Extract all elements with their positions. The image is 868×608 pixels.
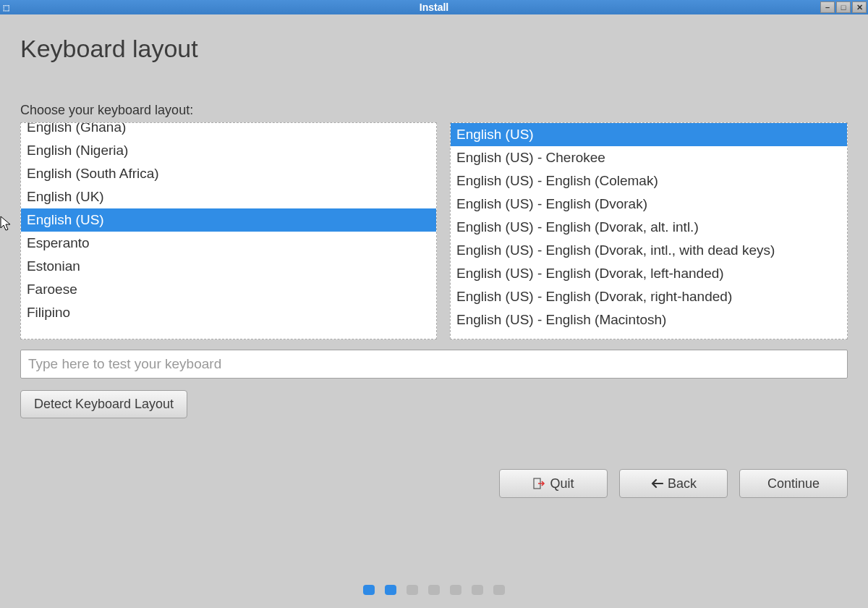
list-item[interactable]: English (US) - English (Dvorak, right-ha… [451, 285, 847, 308]
progress-dot [450, 585, 461, 595]
quit-button[interactable]: Quit [499, 469, 608, 498]
list-item[interactable]: English (Ghana) [21, 122, 436, 139]
list-item[interactable]: English (US) - Cherokee [451, 146, 847, 169]
page-title: Keyboard layout [20, 35, 848, 63]
back-button[interactable]: Back [619, 469, 728, 498]
progress-dot [472, 585, 483, 595]
back-arrow-icon [650, 478, 663, 489]
close-button[interactable]: ✕ [852, 1, 867, 13]
layout-lists: English (Ghana)English (Nigeria)English … [20, 122, 848, 339]
list-item[interactable]: English (US) [451, 123, 847, 146]
list-item[interactable]: English (US) - English (Dvorak, left-han… [451, 262, 847, 285]
test-keyboard-input[interactable] [20, 350, 848, 379]
progress-dot [493, 585, 505, 595]
list-item[interactable]: English (UK) [21, 185, 436, 208]
list-item[interactable]: English (US) - English (Dvorak) [451, 193, 847, 216]
titlebar: ⬚ Install – □ ✕ [0, 0, 868, 14]
list-item[interactable]: English (US) [21, 208, 436, 232]
continue-label: Continue [767, 476, 820, 491]
list-item[interactable]: English (US) - English (Macintosh) [451, 308, 847, 332]
progress-indicator [363, 585, 505, 595]
layout-language-list[interactable]: English (Ghana)English (Nigeria)English … [20, 122, 437, 339]
choose-label: Choose your keyboard layout: [20, 103, 848, 118]
list-item[interactable]: Filipino [21, 301, 436, 324]
layout-variant-list[interactable]: English (US)English (US) - CherokeeEngli… [450, 122, 848, 339]
list-item[interactable]: English (US) - English (Dvorak, intl., w… [451, 239, 847, 262]
quit-label: Quit [550, 476, 574, 491]
app-icon: ⬚ [3, 4, 9, 12]
nav-buttons: Quit Back Continue [499, 469, 848, 498]
list-item[interactable]: English (Nigeria) [21, 139, 436, 162]
minimize-button[interactable]: – [820, 1, 835, 13]
content-area: Keyboard layout Choose your keyboard lay… [0, 14, 868, 418]
progress-dot [428, 585, 440, 595]
detect-keyboard-button[interactable]: Detect Keyboard Layout [20, 390, 187, 418]
titlebar-left: ⬚ [3, 4, 9, 12]
list-item[interactable]: Faroese [21, 278, 436, 301]
progress-dot [407, 585, 418, 595]
continue-button[interactable]: Continue [739, 469, 848, 498]
progress-dot [363, 585, 375, 595]
list-item[interactable]: English (South Africa) [21, 162, 436, 185]
list-item[interactable]: English (US) - English (Dvorak, alt. int… [451, 216, 847, 239]
back-label: Back [668, 476, 697, 491]
list-item[interactable]: English (US) - English (Colemak) [451, 169, 847, 193]
list-item[interactable]: Estonian [21, 255, 436, 278]
window-controls: – □ ✕ [820, 1, 867, 13]
maximize-button[interactable]: □ [836, 1, 851, 13]
list-item[interactable]: Esperanto [21, 232, 436, 255]
window-title: Install [420, 1, 448, 13]
progress-dot [385, 585, 396, 595]
quit-icon [532, 477, 545, 490]
